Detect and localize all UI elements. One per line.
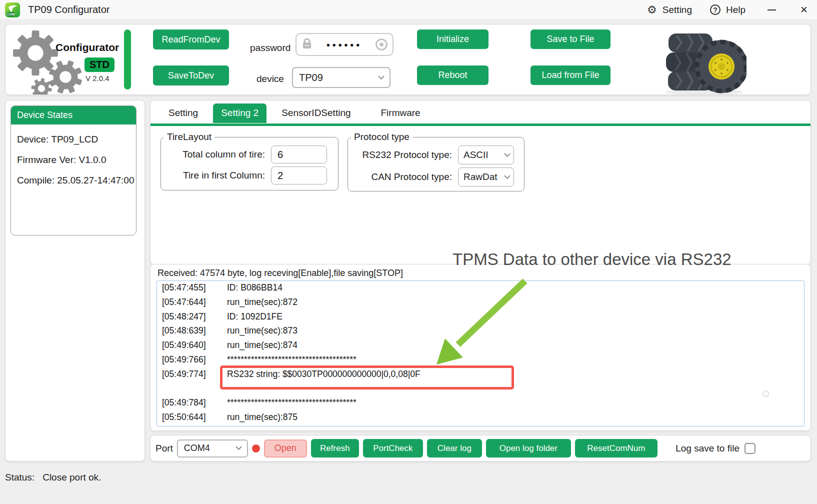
- show-password-eye-icon[interactable]: [376, 38, 388, 50]
- tab-setting-2[interactable]: Setting 2: [213, 104, 266, 123]
- chevron-down-icon: [504, 150, 510, 157]
- protocol-type-group: Protocol type RS232 Protocol type: ASCII…: [348, 132, 524, 192]
- log-row: [05:48:639]run_time(sec):873: [157, 324, 804, 338]
- initialize-button[interactable]: Initialize: [417, 30, 488, 49]
- gears-logo: [10, 26, 97, 95]
- port-label: Port: [156, 443, 173, 454]
- tire-first-column-label: Tire in first Column:: [161, 170, 265, 181]
- rs232-protocol-label: RS232 Protocol type:: [348, 150, 452, 160]
- chevron-down-icon: [378, 73, 384, 80]
- minimize-icon: [768, 10, 776, 10]
- port-bar: Port COM4 Open Refresh PortCheck Clear l…: [150, 435, 811, 462]
- log-row: [05:49:766]*****************************…: [157, 353, 804, 368]
- minimize-button[interactable]: [768, 10, 776, 10]
- log-row: [05:47:644]run_time(sec):872: [157, 296, 804, 310]
- refresh-button[interactable]: Refresh: [311, 439, 359, 458]
- reboot-button[interactable]: Reboot: [417, 66, 488, 85]
- chevron-down-icon: [504, 172, 510, 179]
- titlebar-help-button[interactable]: ? Help: [710, 4, 746, 16]
- edition-badge: STD: [84, 58, 114, 72]
- close-button[interactable]: ✕: [800, 4, 808, 16]
- reset-com-num-button[interactable]: ResetComNum: [575, 439, 658, 458]
- device-states-box: Device States Device: TP09_LCD Firmware …: [10, 106, 136, 236]
- firmware-version-line: Firmware Ver: V1.0.0: [11, 154, 136, 166]
- window-title: TP09 Configurator: [28, 4, 110, 16]
- save-to-file-button[interactable]: Save to File: [530, 30, 610, 49]
- log-output-area[interactable]: [05:47:455]ID: B086BB14 [05:47:644]run_t…: [156, 280, 804, 426]
- port-status-dot: [252, 444, 260, 452]
- log-row: [05:47:455]ID: B086BB14: [157, 281, 804, 296]
- open-port-button[interactable]: Open: [264, 440, 307, 458]
- gear-icon: ⚙: [647, 4, 657, 16]
- status-bar: Status: Close port ok.: [5, 472, 101, 483]
- titlebar-setting-button[interactable]: ⚙ Setting: [647, 4, 692, 16]
- device-states-panel: Device States Device: TP09_LCD Firmware …: [5, 100, 145, 462]
- password-value: ●●●●●●: [312, 41, 376, 48]
- password-field[interactable]: ●●●●●●: [296, 33, 394, 56]
- log-row: [05:50:644]run_time(sec):875: [157, 410, 804, 425]
- tab-bar: Setting Setting 2 SensorIDSetting Firmwa…: [150, 100, 810, 123]
- log-row: [05:49:784]*****************************…: [157, 396, 804, 410]
- device-states-title: Device States: [11, 106, 136, 124]
- close-icon: ✕: [800, 4, 808, 16]
- total-column-input[interactable]: [271, 146, 327, 164]
- tab-firmware[interactable]: Firmware: [373, 104, 428, 123]
- total-column-label: Total column of tire:: [161, 149, 265, 160]
- read-from-dev-button[interactable]: ReadFromDev: [153, 30, 229, 50]
- can-protocol-label: CAN Protocol type:: [348, 172, 452, 182]
- scrollbar-thumb[interactable]: [762, 390, 769, 397]
- com-port-select[interactable]: COM4: [177, 440, 248, 458]
- tab-sensor-id-setting[interactable]: SensorIDSetting: [274, 104, 358, 123]
- tab-underline: [150, 124, 810, 126]
- tire-layout-legend: TireLayout: [164, 132, 214, 142]
- password-label: password: [250, 42, 290, 54]
- brand-name: Configurator: [56, 42, 119, 54]
- version-label: V 2.0.4: [86, 74, 110, 82]
- port-check-button[interactable]: PortCheck: [363, 439, 423, 458]
- can-protocol-select[interactable]: RawDat: [458, 168, 514, 186]
- settings-panel: Setting Setting 2 SensorIDSetting Firmwa…: [150, 100, 811, 265]
- open-log-folder-button[interactable]: Open log folder: [486, 439, 571, 458]
- device-name-line: Device: TP09_LCD: [11, 134, 136, 145]
- load-from-file-button[interactable]: Load from File: [530, 66, 610, 85]
- titlebar: COM TP09 Configurator ⚙ Setting ? Help ✕: [0, 0, 817, 20]
- svg-text:COM: COM: [7, 12, 14, 16]
- device-select[interactable]: TP09: [292, 67, 390, 88]
- chevron-down-icon: [236, 444, 242, 450]
- tab-setting[interactable]: Setting: [160, 104, 206, 123]
- help-icon: ?: [710, 4, 720, 15]
- status-value: Close port ok.: [42, 472, 101, 483]
- log-panel: Received: 47574 byte, log receving[Enabl…: [150, 264, 811, 431]
- tire-first-column-input[interactable]: [271, 166, 327, 184]
- log-row: [05:49:640]run_time(sec):874: [157, 338, 804, 353]
- header-panel: Configurator STD V 2.0.4 ReadFromDev Sav…: [5, 24, 811, 95]
- log-save-to-file-label: Log save to file: [676, 443, 740, 454]
- lock-icon: [302, 38, 312, 52]
- brand-divider: [124, 30, 131, 90]
- received-status-line: Received: 47574 byte, log receving[Enabl…: [158, 268, 403, 278]
- clear-log-button[interactable]: Clear log: [427, 439, 482, 458]
- device-label: device: [256, 74, 284, 84]
- tire-layout-group: TireLayout Total column of tire: Tire in…: [160, 132, 338, 190]
- save-to-dev-button[interactable]: SaveToDev: [153, 66, 229, 86]
- app-logo-icon: COM: [5, 2, 20, 18]
- status-label: Status:: [5, 472, 34, 483]
- compile-date-line: Compile: 25.05.27-14:47:00: [11, 175, 136, 186]
- log-row: [05:48:247]ID: 1092D1FE: [157, 310, 804, 324]
- annotation-text: TPMS Data to other device via RS232: [452, 250, 732, 269]
- log-row: [157, 382, 804, 396]
- log-row-rs232-highlighted: [05:49:774]RS232 string: $$0030TP0000000…: [157, 368, 804, 382]
- tires-image: [656, 26, 746, 95]
- rs232-protocol-select[interactable]: ASCII: [458, 146, 514, 164]
- protocol-type-legend: Protocol type: [351, 132, 412, 142]
- log-save-to-file-checkbox[interactable]: [744, 443, 756, 454]
